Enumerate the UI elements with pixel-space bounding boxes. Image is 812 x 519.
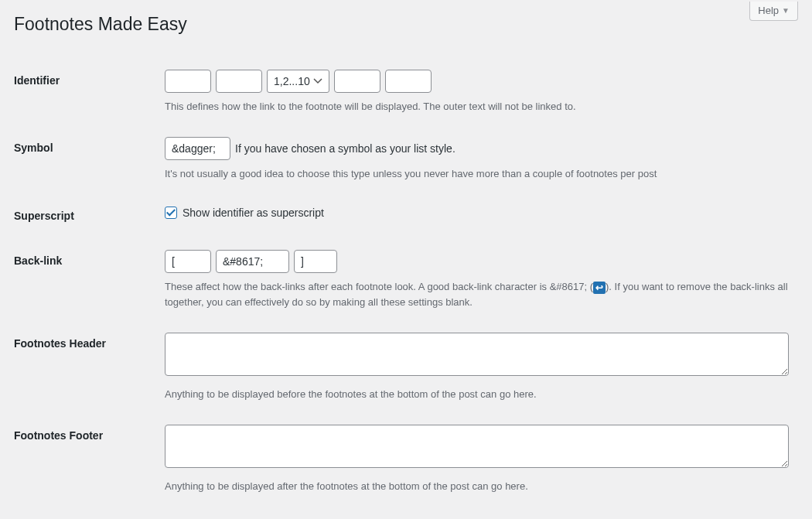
backlink-return-icon: ↩ bbox=[593, 282, 606, 294]
row-footnotes-header: Footnotes Header Anything to be displaye… bbox=[14, 321, 797, 413]
backlink-description: These affect how the back-links after ea… bbox=[165, 279, 789, 309]
superscript-cb-label: Show identifier as superscript bbox=[183, 205, 324, 221]
backlink-close-input[interactable] bbox=[294, 250, 337, 273]
row-symbol: Symbol If you have chosen a symbol as yo… bbox=[14, 125, 797, 193]
row-identifier: Identifier 1,2...10 This defines how the… bbox=[14, 58, 797, 126]
backlink-char-input[interactable] bbox=[216, 250, 289, 273]
identifier-before-outer-input[interactable] bbox=[165, 70, 211, 93]
symbol-input[interactable] bbox=[165, 137, 230, 160]
label-identifier: Identifier bbox=[14, 58, 165, 126]
footnotes-footer-description: Anything to be displayed after the footn… bbox=[165, 479, 789, 494]
identifier-before-inner-input[interactable] bbox=[216, 70, 262, 93]
row-superscript: Superscript Show identifier as superscri… bbox=[14, 193, 797, 238]
label-backlink: Back-link bbox=[14, 238, 165, 321]
row-footnotes-footer: Footnotes Footer Anything to be displaye… bbox=[14, 413, 797, 505]
footnotes-header-textarea[interactable] bbox=[165, 333, 789, 376]
backlink-open-input[interactable] bbox=[165, 250, 211, 273]
footnotes-header-description: Anything to be displayed before the foot… bbox=[165, 387, 789, 402]
superscript-label-wrapper[interactable]: Show identifier as superscript bbox=[165, 205, 324, 221]
superscript-checkbox[interactable] bbox=[165, 207, 177, 219]
row-backlink: Back-link These affect how the back-link… bbox=[14, 238, 797, 321]
label-footnotes-footer: Footnotes Footer bbox=[14, 413, 165, 505]
help-tab-label: Help bbox=[758, 5, 779, 16]
symbol-inline-desc: If you have chosen a symbol as your list… bbox=[235, 141, 455, 157]
identifier-description: This defines how the link to the footnot… bbox=[165, 99, 789, 114]
label-symbol: Symbol bbox=[14, 125, 165, 193]
page-title: Footnotes Made Easy bbox=[14, 6, 797, 39]
label-footnotes-header: Footnotes Header bbox=[14, 321, 165, 413]
help-tab-button[interactable]: Help ▼ bbox=[749, 2, 798, 21]
identifier-style-select[interactable]: 1,2...10 bbox=[267, 70, 329, 93]
label-superscript: Superscript bbox=[14, 193, 165, 238]
chevron-down-icon: ▼ bbox=[782, 6, 790, 15]
identifier-after-outer-input[interactable] bbox=[385, 70, 432, 93]
identifier-after-inner-input[interactable] bbox=[334, 70, 380, 93]
symbol-description: It's not usually a good idea to choose t… bbox=[165, 166, 789, 182]
row-pretty-tooltips: Pretty Tooltips Uses jQuery UI to show p… bbox=[14, 505, 797, 519]
label-pretty-tooltips: Pretty Tooltips bbox=[14, 505, 165, 519]
footnotes-footer-textarea[interactable] bbox=[165, 425, 789, 468]
